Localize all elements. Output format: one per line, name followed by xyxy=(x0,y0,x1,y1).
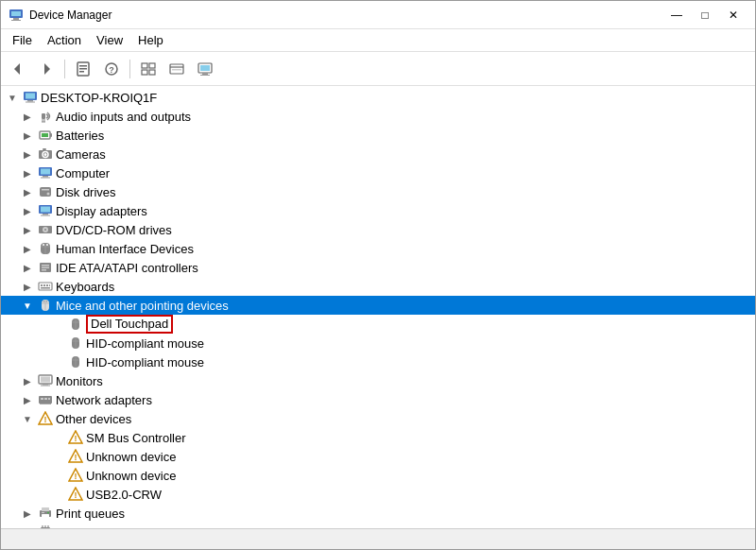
tree-item-disk[interactable]: ▶ Disk drives xyxy=(1,182,755,201)
tree-item-dvd[interactable]: ▶ DVD/CD-ROM drives xyxy=(1,220,755,239)
monitors-label: Monitors xyxy=(56,374,103,388)
display-expand-icon[interactable]: ▶ xyxy=(20,203,35,218)
tree-item-usb[interactable]: ! USB2.0-CRW xyxy=(1,485,755,504)
tree-item-smbus[interactable]: ! SM Bus Controller xyxy=(1,428,755,447)
toolbar-display-button[interactable] xyxy=(192,56,218,82)
svg-rect-9 xyxy=(79,71,84,73)
menu-view[interactable]: View xyxy=(89,31,130,49)
dvd-expand-icon[interactable]: ▶ xyxy=(20,222,35,237)
disk-expand-icon[interactable]: ▶ xyxy=(20,184,35,199)
refresh-icon xyxy=(169,61,184,77)
computer-item-icon xyxy=(38,165,53,180)
svg-rect-46 xyxy=(41,207,50,213)
svg-rect-21 xyxy=(202,73,208,75)
dvd-icon xyxy=(38,222,53,237)
tree-item-network[interactable]: ▶ Network adapters xyxy=(1,390,755,409)
svg-point-56 xyxy=(46,244,48,246)
svg-rect-27 xyxy=(42,113,45,119)
keyboards-label: Keyboards xyxy=(56,280,114,294)
toolbar-forward-button[interactable] xyxy=(33,56,60,82)
svg-rect-32 xyxy=(50,133,52,137)
tree-item-unknown2[interactable]: ! Unknown device xyxy=(1,466,755,485)
maximize-button[interactable]: □ xyxy=(691,6,719,25)
tree-item-ide[interactable]: ▶ IDE ATA/ATAPI controllers xyxy=(1,258,755,277)
toolbar-properties-button[interactable] xyxy=(70,56,96,82)
tree-item-other[interactable]: ▼ ! Other devices xyxy=(1,409,755,428)
other-expand-icon[interactable]: ▼ xyxy=(20,411,35,426)
tree-item-batteries[interactable]: ▶ Batteries xyxy=(1,126,755,145)
tree-item-unknown1[interactable]: ! Unknown device xyxy=(1,447,755,466)
title-bar: Device Manager — □ ✕ xyxy=(1,1,755,29)
tree-item-mice[interactable]: ▼ Mice and other pointing devices xyxy=(1,296,755,315)
menu-help[interactable]: Help xyxy=(130,31,171,49)
svg-rect-7 xyxy=(79,65,87,67)
svg-rect-8 xyxy=(79,68,87,70)
svg-point-70 xyxy=(43,301,45,302)
display-icon xyxy=(198,61,213,77)
svg-rect-65 xyxy=(49,284,50,286)
smbus-icon: ! xyxy=(68,430,83,445)
network-expand-icon[interactable]: ▶ xyxy=(20,392,35,407)
tree-item-dell-touchpad[interactable]: Dell Touchpad xyxy=(1,315,755,334)
disk-label: Disk drives xyxy=(56,185,116,199)
audio-expand-icon[interactable]: ▶ xyxy=(20,109,35,124)
svg-rect-25 xyxy=(27,100,33,102)
tree-item-keyboards[interactable]: ▶ Keyboards xyxy=(1,277,755,296)
svg-rect-48 xyxy=(41,215,50,216)
keyboards-icon xyxy=(38,279,53,294)
svg-rect-2 xyxy=(13,18,19,20)
toolbar-help-button[interactable]: ? xyxy=(98,56,125,82)
minimize-button[interactable]: — xyxy=(662,6,691,25)
disk-icon xyxy=(38,184,53,199)
tree-item-monitors[interactable]: ▶ Monitors xyxy=(1,371,755,390)
keyboards-expand-icon[interactable]: ▶ xyxy=(20,279,35,294)
ide-expand-icon[interactable]: ▶ xyxy=(20,260,35,275)
toolbar-separator-2 xyxy=(129,60,130,78)
svg-text:!: ! xyxy=(75,453,77,462)
svg-rect-104 xyxy=(42,507,49,511)
svg-rect-24 xyxy=(26,94,35,99)
hid-mouse2-label: HID-compliant mouse xyxy=(86,355,204,370)
tree-item-audio[interactable]: ▶ Audio inputs and outputs xyxy=(1,107,755,126)
svg-rect-14 xyxy=(142,70,147,75)
mice-expand-icon[interactable]: ▼ xyxy=(20,298,35,313)
svg-rect-106 xyxy=(42,512,44,513)
svg-rect-92 xyxy=(48,398,50,400)
root-expand-icon[interactable]: ▼ xyxy=(5,90,20,105)
batteries-expand-icon[interactable]: ▶ xyxy=(20,128,35,143)
batteries-icon xyxy=(38,128,53,143)
tree-root[interactable]: ▼ DESKTOP-KROIQ1F xyxy=(1,88,755,107)
dvd-label: DVD/CD-ROM drives xyxy=(56,223,172,237)
toolbar-back-button[interactable] xyxy=(5,56,31,82)
svg-rect-22 xyxy=(200,75,210,76)
menu-action[interactable]: Action xyxy=(40,31,89,49)
tree-item-hid-mouse-1[interactable]: HID-compliant mouse xyxy=(1,334,755,352)
device-tree[interactable]: ▼ DESKTOP-KROIQ1F ▶ xyxy=(1,86,755,528)
computer-expand-icon[interactable]: ▶ xyxy=(20,165,35,180)
toolbar-refresh-button[interactable] xyxy=(163,56,190,82)
tree-item-display[interactable]: ▶ Display adapters xyxy=(1,201,755,220)
hid-expand-icon[interactable]: ▶ xyxy=(20,241,35,256)
tree-item-hid[interactable]: ▶ Human Interface Devices xyxy=(1,239,755,258)
tree-item-hid-mouse-2[interactable]: HID-compliant mouse xyxy=(1,352,755,371)
tree-item-cameras[interactable]: ▶ Cameras xyxy=(1,145,755,163)
close-button[interactable]: ✕ xyxy=(719,6,747,25)
svg-rect-33 xyxy=(42,133,48,137)
svg-text:!: ! xyxy=(75,472,77,481)
print-icon xyxy=(38,506,53,521)
cameras-expand-icon[interactable]: ▶ xyxy=(20,146,35,162)
toolbar: ? xyxy=(1,52,755,86)
svg-rect-37 xyxy=(43,148,46,150)
monitors-expand-icon[interactable]: ▶ xyxy=(20,373,35,388)
print-expand-icon[interactable]: ▶ xyxy=(20,506,35,521)
unknown2-icon: ! xyxy=(68,468,83,483)
toolbar-view-button[interactable] xyxy=(135,56,162,82)
svg-rect-43 xyxy=(42,189,49,191)
tree-item-print[interactable]: ▶ Print queues xyxy=(1,504,755,523)
svg-rect-13 xyxy=(149,63,155,68)
svg-rect-61 xyxy=(39,283,52,290)
tree-item-computer[interactable]: ▶ Computer xyxy=(1,163,755,182)
svg-rect-84 xyxy=(41,386,50,387)
menu-file[interactable]: File xyxy=(5,31,40,49)
app-icon xyxy=(9,8,24,23)
